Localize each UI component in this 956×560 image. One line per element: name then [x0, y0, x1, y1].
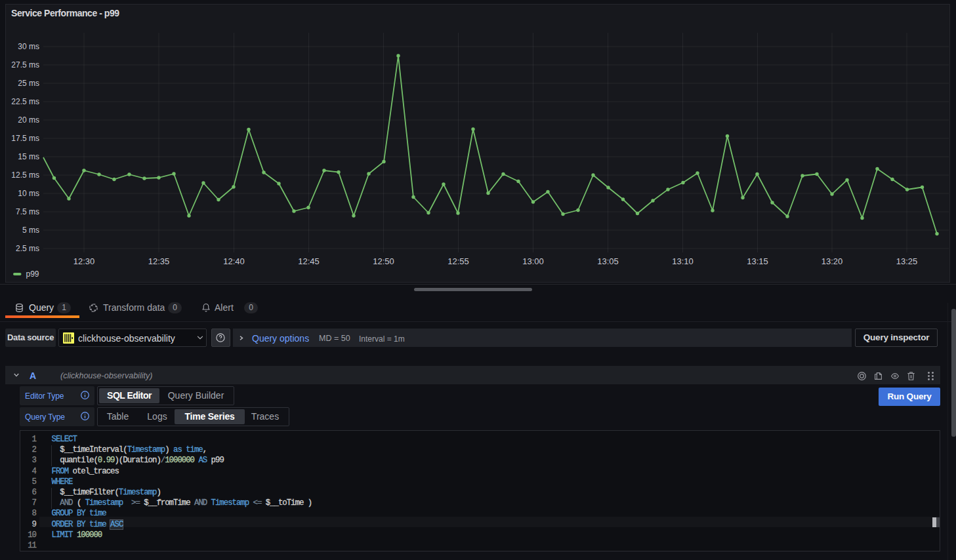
svg-text:30 ms: 30 ms: [18, 42, 39, 51]
svg-text:13:20: 13:20: [821, 256, 843, 266]
svg-text:20 ms: 20 ms: [18, 115, 39, 125]
svg-text:12:55: 12:55: [447, 256, 469, 266]
svg-text:13:10: 13:10: [672, 256, 694, 266]
svg-text:2.5 ms: 2.5 ms: [16, 244, 39, 253]
svg-text:13:15: 13:15: [747, 256, 768, 266]
svg-text:12:45: 12:45: [298, 256, 320, 266]
svg-text:12:35: 12:35: [148, 256, 170, 266]
svg-text:15 ms: 15 ms: [18, 152, 39, 161]
svg-text:17.5 ms: 17.5 ms: [11, 134, 39, 143]
svg-text:25 ms: 25 ms: [18, 79, 39, 88]
svg-text:12:30: 12:30: [73, 256, 95, 266]
svg-text:p99: p99: [26, 270, 39, 279]
svg-text:12:40: 12:40: [223, 256, 245, 266]
svg-text:13:00: 13:00: [522, 256, 544, 266]
svg-text:5 ms: 5 ms: [22, 226, 39, 235]
svg-text:7.5 ms: 7.5 ms: [16, 207, 39, 216]
svg-text:10 ms: 10 ms: [18, 189, 39, 198]
svg-text:12:50: 12:50: [373, 256, 394, 266]
svg-text:12.5 ms: 12.5 ms: [11, 170, 39, 180]
svg-text:22.5 ms: 22.5 ms: [11, 97, 39, 106]
svg-text:13:05: 13:05: [597, 256, 619, 266]
svg-text:13:25: 13:25: [896, 256, 918, 266]
svg-text:27.5 ms: 27.5 ms: [11, 60, 39, 70]
